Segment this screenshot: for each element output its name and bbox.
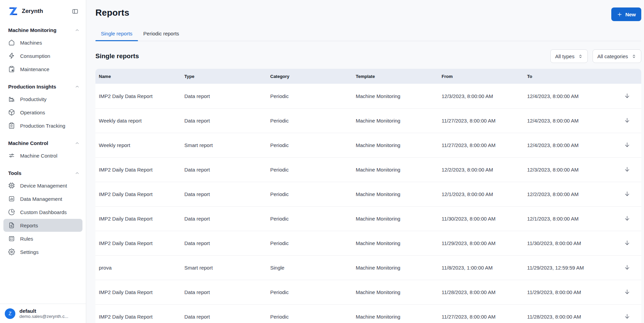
sidebar-item-custom-dashboards[interactable]: Custom Dashboards (3, 206, 82, 219)
download-icon (624, 240, 631, 247)
sidebar-collapse-icon[interactable] (71, 7, 79, 15)
download-report-button[interactable] (622, 238, 632, 248)
cell-name: IMP2 Daily Data Report (99, 240, 184, 246)
section-label: Production Insights (8, 84, 56, 90)
all-categories-select[interactable]: All categories (593, 49, 641, 63)
sidebar-item-data-management[interactable]: Data Management (3, 192, 82, 205)
bolt-icon (8, 52, 15, 59)
table-header-row: NameTypeCategoryTemplateFromTo (95, 69, 641, 84)
section-header-machine-monitoring[interactable]: Machine Monitoring (3, 24, 82, 36)
table-row: provaSmart reportSingleMachine Monitorin… (95, 255, 641, 280)
cell-from: 12/2/2023, 8:00:00 AM (442, 167, 527, 173)
download-report-button[interactable] (622, 312, 632, 322)
sidebar-item-rules[interactable]: Rules (3, 232, 82, 245)
download-icon (624, 93, 631, 100)
checklist-icon (8, 235, 15, 242)
sidebar-item-label: Device Management (20, 183, 67, 189)
column-header-name: Name (99, 74, 184, 79)
cell-type: Data report (184, 191, 270, 197)
zerynth-logo-icon (8, 6, 18, 16)
cell-template: Machine Monitoring (356, 314, 442, 320)
cell-to: 11/28/2023, 8:00:00 AM (527, 314, 613, 320)
report-icon (8, 222, 15, 229)
cell-to: 12/3/2023, 8:00:00 AM (527, 167, 613, 173)
cell-template: Machine Monitoring (356, 118, 442, 124)
download-report-button[interactable] (622, 189, 632, 199)
new-button-label: New (625, 12, 636, 17)
table-row: Weekly data reportData reportPeriodicMac… (95, 108, 641, 133)
sidebar-item-operations[interactable]: Operations (3, 106, 82, 119)
cell-actions (622, 263, 632, 273)
download-report-button[interactable] (622, 91, 632, 101)
cell-from: 11/27/2023, 8:00:00 AM (442, 118, 527, 124)
download-report-button[interactable] (622, 214, 632, 224)
table-row: IMP2 Daily Data ReportData reportPeriodi… (95, 84, 641, 108)
download-report-button[interactable] (622, 287, 632, 297)
sidebar-header: Zerynth (0, 0, 86, 19)
gear-icon (8, 248, 15, 255)
chevron-up-icon (75, 28, 80, 33)
column-header-template: Template (356, 74, 442, 79)
page-header: Reports New (95, 0, 641, 21)
sidebar-item-productivity[interactable]: Productivity (3, 93, 82, 106)
download-report-button[interactable] (622, 116, 632, 126)
section-header-tools[interactable]: Tools (3, 167, 82, 179)
cell-from: 11/29/2023, 8:00:00 AM (442, 240, 527, 246)
sidebar-item-label: Maintenance (20, 66, 49, 72)
cell-from: 11/30/2023, 8:00:00 AM (442, 216, 527, 222)
sidebar-item-label: Machines (20, 40, 42, 46)
cell-actions (622, 238, 632, 248)
cell-template: Machine Monitoring (356, 240, 442, 246)
cell-template: Machine Monitoring (356, 142, 442, 148)
package-icon (8, 109, 15, 116)
tab-single-reports[interactable]: Single reports (95, 27, 138, 41)
download-icon (624, 166, 631, 173)
cell-actions (622, 189, 632, 199)
sidebar-item-machines[interactable]: Machines (3, 36, 82, 49)
sidebar-item-label: Reports (20, 223, 38, 228)
cell-name: Weekly report (99, 142, 184, 148)
chevron-up-icon (75, 84, 80, 89)
tab-periodic-reports[interactable]: Periodic reports (138, 27, 185, 41)
main-content: Reports New Single reportsPeriodic repor… (86, 0, 644, 323)
updown-chevron-icon (578, 54, 583, 59)
cell-template: Machine Monitoring (356, 289, 442, 295)
avatar: Z (5, 308, 15, 319)
section-heading: Single reports (95, 52, 139, 60)
sidebar-item-device-management[interactable]: Device Management (3, 179, 82, 192)
column-header-type: Type (184, 74, 270, 79)
download-report-button[interactable] (622, 165, 632, 175)
content-head: Single reports All typesAll categories (95, 49, 641, 63)
cell-name: IMP2 Daily Data Report (99, 191, 184, 197)
sidebar-item-maintenance[interactable]: Maintenance (3, 63, 82, 76)
cell-type: Smart report (184, 142, 270, 148)
section-header-production-insights[interactable]: Production Insights (3, 80, 82, 92)
clipboard-gear-icon (8, 66, 15, 72)
all-types-select[interactable]: All types (550, 49, 588, 63)
download-report-button[interactable] (622, 140, 632, 150)
sidebar-item-consumption[interactable]: Consumption (3, 49, 82, 62)
column-header-to: To (527, 74, 613, 79)
section-header-machine-control[interactable]: Machine Control (3, 137, 82, 149)
sidebar-item-settings[interactable]: Settings (3, 245, 82, 258)
sidebar-item-label: Settings (20, 249, 39, 255)
cell-name: IMP2 Daily Data Report (99, 93, 184, 99)
user-profile[interactable]: Z default demo.sales@zerynth.c... (0, 304, 86, 323)
sidebar-item-label: Data Management (20, 196, 62, 202)
cell-name: prova (99, 265, 184, 271)
cell-to: 11/30/2023, 8:00:00 AM (527, 240, 613, 246)
sidebar-item-reports[interactable]: Reports (3, 219, 82, 232)
cell-category: Periodic (270, 118, 356, 124)
cell-type: Data report (184, 118, 270, 124)
sidebar-item-label: Machine Control (20, 153, 57, 159)
cell-to: 11/29/2023, 8:00:00 AM (527, 289, 613, 295)
new-report-button[interactable]: New (611, 7, 641, 21)
sidebar-item-production-tracking[interactable]: Production Tracking (3, 119, 82, 132)
sidebar-item-machine-control[interactable]: Machine Control (3, 149, 82, 162)
section-label: Machine Monitoring (8, 27, 57, 33)
download-report-button[interactable] (622, 263, 632, 273)
bar-chart-icon (8, 195, 15, 202)
download-icon (624, 289, 631, 296)
cell-from: 11/27/2023, 8:00:00 AM (442, 314, 527, 320)
cell-from: 11/27/2023, 8:00:00 AM (442, 142, 527, 148)
